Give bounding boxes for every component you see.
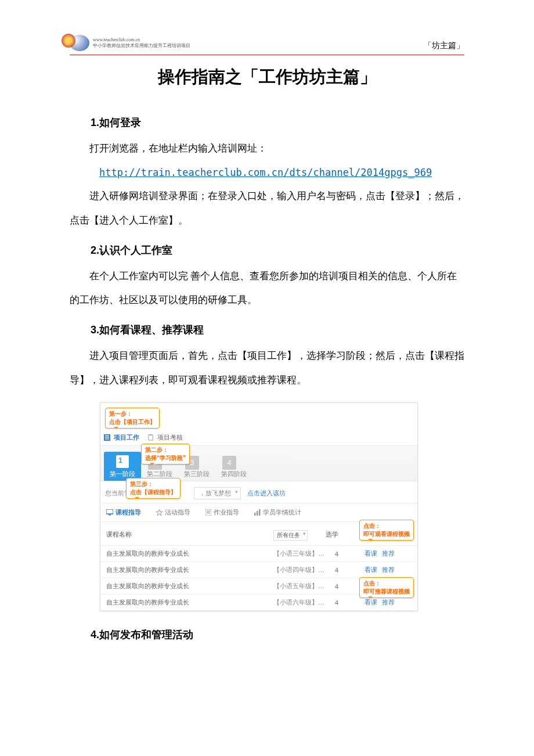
callout-view-video: 点击： 即可观看课程视频 (359, 520, 414, 541)
subtab-student-stats[interactable]: 学员学情统计 (254, 508, 301, 517)
table-header: 课程名称 所有任务 选学 点击： 即可观看课程视频 (100, 525, 417, 546)
cell-task: 【小语三年级】… (273, 549, 326, 558)
subtab-2-label: 活动指导 (165, 508, 190, 517)
embedded-screenshot: 第一步： 点击【项目工作】 项目工作 项目考核 第二步： (100, 402, 418, 611)
cell-task: 【小语五年级】… (273, 582, 326, 591)
section-4-heading: 4.如何发布和管理活动 (70, 628, 464, 642)
phase-2-label: 第二阶段 (147, 470, 172, 477)
section-1-p1: 打开浏览器，在地址栏内输入培训网址： (70, 136, 464, 161)
callout-step1-line1: 第一步： (109, 411, 132, 417)
logo-text: www.teacherclub.com.cn 中小学教师信息技术应用能力提升工程… (93, 37, 190, 49)
page: www.teacherclub.com.cn 中小学教师信息技术应用能力提升工程… (0, 0, 534, 756)
callout-step2-line2: 选择“学习阶段” (145, 455, 186, 461)
callout-step2-line1: 第二步： (145, 447, 168, 453)
tab-project-work-label: 项目工作 (114, 434, 139, 441)
cell-task: 【小语六年级】… (273, 598, 326, 607)
callout-recommend-video-text: 即可推荐课程视频 (363, 588, 410, 595)
phase-1-label: 第一阶段 (110, 470, 135, 477)
recommend-link[interactable]: 推荐 (382, 550, 395, 557)
col-task: 所有任务 (273, 530, 326, 541)
clipboard-icon (147, 434, 154, 441)
phase-4-button[interactable]: 4 第四阶段 (215, 452, 252, 481)
list-icon (104, 434, 110, 441)
callout-view-video-text: 即可观看课程视频 (363, 531, 410, 537)
section-1-heading: 1.如何登录 (70, 116, 464, 129)
monitor-icon (106, 509, 113, 516)
section-3-heading: 3.如何看课程、推荐课程 (70, 323, 464, 337)
svg-rect-5 (150, 434, 152, 435)
phase-3-label: 第三阶段 (184, 470, 210, 477)
svg-marker-8 (156, 509, 163, 516)
svg-rect-4 (149, 435, 153, 440)
workshop-dropdown[interactable]: ，放飞梦想 (194, 487, 241, 499)
chart-icon (254, 509, 261, 516)
cell-count: 4 (326, 567, 348, 574)
recommend-link[interactable]: 推荐 (382, 599, 395, 606)
cell-actions: 看课 推荐 (348, 598, 412, 607)
cell-actions: 看课 推荐 (348, 549, 412, 558)
callout-click-label-2: 点击： (363, 580, 381, 586)
svg-rect-7 (109, 514, 111, 516)
logo-subtext: 中小学教师信息技术应用能力提升工程培训项目 (93, 43, 190, 49)
subtab-1-label: 课程指导 (116, 508, 141, 517)
phase-bar: 第二步： 选择“学习阶段” 第一阶段 2 第二阶段 3 第三阶段 4 第四阶段 (100, 446, 417, 481)
phase-1-button[interactable]: 第一阶段 (104, 452, 141, 481)
document-title: 操作指南之「工作坊坊主篇」 (70, 66, 464, 89)
callout-click-label-1: 点击： (363, 523, 381, 529)
tab-project-assess[interactable]: 项目考核 (147, 433, 183, 442)
svg-rect-6 (106, 509, 113, 514)
watch-link[interactable]: 看课 (365, 550, 377, 557)
table-row: 自主发展取向的教师专业成长 【小语四年级】… 4 看课 推荐 (100, 562, 417, 578)
svg-rect-14 (257, 511, 258, 516)
watch-link[interactable]: 看课 (365, 566, 377, 573)
cell-count: 4 (326, 550, 348, 557)
cell-actions: 看课 推荐 (348, 566, 412, 574)
cell-count: 4 (326, 599, 348, 606)
cell-course-name: 自主发展取向的教师专业成长 (106, 598, 273, 607)
svg-rect-3 (105, 439, 109, 440)
cell-course-name: 自主发展取向的教师专业成长 (106, 566, 273, 574)
subtab-4-label: 学员学情统计 (263, 508, 301, 517)
breadcrumb-row: 第三步： 点击【课程指导】 您当前管理 点击【课程指导】 ，放飞梦想 点击进入该… (100, 481, 417, 503)
course-table: 课程名称 所有任务 选学 点击： 即可观看课程视频 自主发展取向的教师专业成长 … (100, 522, 417, 611)
logo-area: www.teacherclub.com.cn 中小学教师信息技术应用能力提升工程… (70, 35, 190, 51)
callout-step3-line1: 第三步： (130, 481, 153, 487)
callout-step3-line2: 点击【课程指导】 (130, 489, 176, 495)
callout-step3: 第三步： 点击【课程指导】 (126, 478, 181, 499)
document-icon (205, 509, 211, 516)
subtab-3-label: 作业指导 (214, 508, 239, 517)
header-right-label: 「坊主篇」 (424, 41, 464, 51)
task-filter-dropdown[interactable]: 所有任务 (273, 530, 308, 541)
tab-project-work[interactable]: 项目工作 (104, 433, 139, 442)
star-icon (156, 509, 163, 516)
svg-rect-1 (105, 435, 109, 436)
cell-course-name: 自主发展取向的教师专业成长 (106, 582, 273, 591)
subtab-course-guidance[interactable]: 课程指导 (106, 508, 141, 517)
section-2-heading: 2.认识个人工作室 (70, 243, 464, 257)
svg-rect-13 (254, 513, 256, 516)
subtab-homework-guidance[interactable]: 作业指导 (205, 508, 239, 517)
col-course-name: 课程名称 (106, 530, 273, 541)
callout-step1-line2: 点击【项目工作】 (109, 419, 156, 425)
section-2-p1: 在个人工作室内可以完 善个人信息、查看您所参加的培训项目相关的信息、个人所在的工… (70, 264, 464, 312)
subtab-activity-guidance[interactable]: 活动指导 (156, 508, 190, 517)
training-url-link[interactable]: http://train.teacherclub.com.cn/dts/chan… (70, 161, 464, 185)
callout-step2: 第二步： 选择“学习阶段” (141, 444, 190, 465)
enter-workshop-link[interactable]: 点击进入该坊 (247, 489, 286, 496)
svg-rect-15 (259, 509, 261, 516)
callout-recommend-video: 点击： 即可推荐课程视频 (359, 577, 414, 598)
page-header: www.teacherclub.com.cn 中小学教师信息技术应用能力提升工程… (70, 35, 464, 55)
svg-rect-2 (105, 437, 109, 438)
table-row: 自主发展取向的教师专业成长 【小语三年级】… 4 看课 推荐 (100, 546, 417, 562)
phase-gray-icon: 4 (222, 456, 236, 470)
logo-icon (70, 35, 89, 51)
logo-url: www.teacherclub.com.cn (93, 37, 190, 43)
recommend-link[interactable]: 推荐 (382, 566, 395, 573)
section-3-p1: 进入项目管理页面后，首先，点击【项目工作】，选择学习阶段；然后，点击【课程指导】… (70, 344, 464, 392)
book-icon (116, 455, 129, 468)
cell-count: 4 (326, 583, 348, 590)
callout-step1: 第一步： 点击【项目工作】 (105, 408, 160, 429)
section-1-p2: 进入研修网培训登录界面；在登录入口处，输入用户名与密码，点击【登录】；然后，点击… (70, 184, 464, 232)
cell-task: 【小语四年级】… (273, 566, 326, 574)
tab-project-assess-label: 项目考核 (157, 434, 183, 441)
